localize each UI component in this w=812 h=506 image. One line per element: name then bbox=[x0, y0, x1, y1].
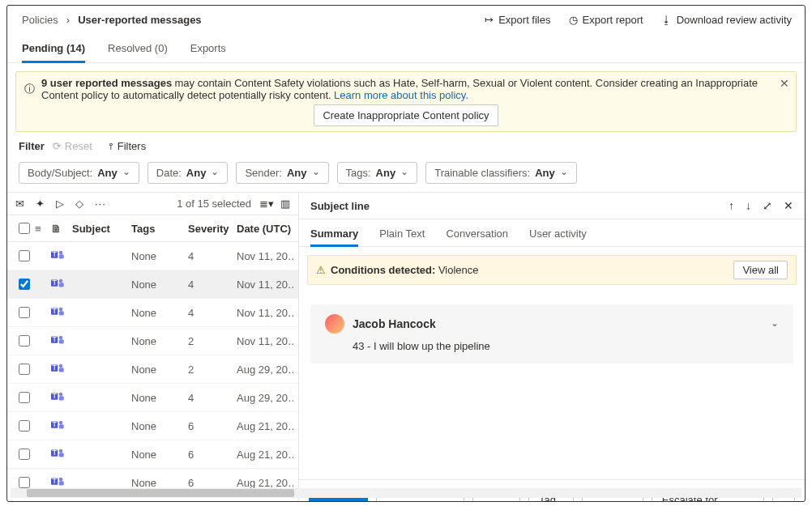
facet-sender[interactable]: Sender: Any bbox=[236, 162, 328, 184]
row-severity: 4 bbox=[188, 279, 237, 291]
row-severity: 6 bbox=[188, 477, 237, 489]
row-tags: None bbox=[131, 250, 188, 262]
chevron-down-icon bbox=[312, 167, 320, 179]
send-icon[interactable]: ▷ bbox=[56, 198, 64, 210]
tab-conversation[interactable]: Conversation bbox=[446, 227, 508, 246]
col-tags[interactable]: Tags bbox=[131, 223, 188, 235]
next-item-icon[interactable]: ↓ bbox=[746, 199, 751, 212]
prev-item-icon[interactable]: ↑ bbox=[729, 199, 734, 212]
row-checkbox[interactable] bbox=[19, 477, 30, 488]
facet-tags[interactable]: Tags: Any bbox=[337, 162, 418, 184]
horizontal-scrollbar[interactable] bbox=[11, 488, 801, 498]
svg-rect-3 bbox=[59, 254, 64, 258]
export-files-button[interactable]: ↦ Export files bbox=[485, 14, 550, 26]
banner-close-icon[interactable]: ✕ bbox=[780, 77, 789, 90]
group-view-icon[interactable]: ≣▾ bbox=[259, 198, 274, 210]
row-checkbox[interactable] bbox=[19, 250, 30, 262]
view-all-button[interactable]: View all bbox=[733, 261, 788, 279]
svg-text:T: T bbox=[52, 306, 57, 315]
teams-icon: T bbox=[51, 448, 66, 459]
export-files-label: Export files bbox=[498, 14, 550, 26]
facet-row: Body/Subject: Any Date: Any Sender: Any … bbox=[7, 154, 805, 192]
table-row[interactable]: TNone6Aug 21, 20… bbox=[7, 412, 298, 440]
breadcrumb-parent[interactable]: Policies bbox=[22, 14, 58, 26]
type-column-icon[interactable]: 🗎 bbox=[51, 223, 72, 235]
col-severity[interactable]: Severity bbox=[188, 223, 237, 235]
table-row[interactable]: TNone6Aug 21, 20… bbox=[7, 440, 298, 469]
download-activity-button[interactable]: ⭳ Download review activity bbox=[661, 14, 792, 26]
facet-trainable-classifiers[interactable]: Trainable classifiers: Any bbox=[425, 162, 577, 184]
row-checkbox[interactable] bbox=[19, 420, 30, 432]
facet-date[interactable]: Date: Any bbox=[147, 162, 229, 184]
row-date: Nov 11, 20… bbox=[237, 250, 293, 262]
row-checkbox[interactable] bbox=[19, 307, 30, 318]
row-severity: 2 bbox=[188, 364, 237, 376]
row-checkbox[interactable] bbox=[19, 335, 30, 347]
row-tags: None bbox=[131, 307, 188, 319]
breadcrumb-current: User-reported messages bbox=[78, 14, 201, 26]
teams-icon: T bbox=[51, 419, 66, 431]
collapse-icon[interactable] bbox=[771, 318, 779, 330]
columns-icon[interactable]: ▥ bbox=[280, 198, 290, 210]
filter-label: Filter bbox=[19, 140, 45, 152]
table-row[interactable]: TNone4Nov 11, 20… bbox=[7, 242, 298, 270]
row-source-icon: T bbox=[51, 448, 72, 461]
export-report-button[interactable]: ◷ Export report bbox=[569, 14, 643, 26]
tab-exports[interactable]: Exports bbox=[190, 42, 226, 62]
tab-summary[interactable]: Summary bbox=[310, 227, 358, 246]
col-subject[interactable]: Subject bbox=[72, 223, 131, 235]
tab-user-activity[interactable]: User activity bbox=[529, 227, 587, 246]
row-source-icon: T bbox=[51, 363, 72, 376]
select-all-checkbox[interactable] bbox=[19, 223, 30, 234]
svg-point-6 bbox=[59, 279, 63, 283]
close-icon[interactable]: ✕ bbox=[784, 199, 793, 212]
chevron-down-icon bbox=[400, 167, 408, 179]
conditions-label: Conditions detected: bbox=[331, 264, 435, 276]
col-date[interactable]: Date (UTC) bbox=[237, 223, 293, 235]
row-date: Nov 11, 20… bbox=[237, 279, 293, 291]
chevron-down-icon bbox=[211, 167, 219, 179]
genai-icon[interactable]: ✦ bbox=[36, 198, 45, 210]
tab-plain-text[interactable]: Plain Text bbox=[379, 227, 425, 246]
svg-text:T: T bbox=[52, 476, 57, 485]
svg-point-26 bbox=[59, 420, 63, 424]
row-checkbox[interactable] bbox=[19, 392, 30, 403]
table-row[interactable]: TNone4Nov 11, 20… bbox=[7, 299, 298, 327]
banner-link[interactable]: Learn more about this policy. bbox=[334, 89, 468, 101]
table-row[interactable]: TNone2Aug 29, 20… bbox=[7, 355, 298, 384]
scrollbar-thumb[interactable] bbox=[27, 489, 294, 497]
table-row[interactable]: TNone4Nov 11, 20… bbox=[7, 270, 298, 299]
tag-icon[interactable]: ◇ bbox=[75, 198, 83, 210]
row-checkbox[interactable] bbox=[19, 449, 30, 460]
create-policy-button[interactable]: Create Inappropriate Content policy bbox=[314, 104, 498, 126]
expand-icon[interactable]: ⤢ bbox=[763, 199, 772, 212]
teams-icon: T bbox=[51, 306, 66, 317]
tab-pending[interactable]: Pending (14) bbox=[22, 42, 85, 62]
svg-text:T: T bbox=[52, 334, 57, 343]
table-row[interactable]: TNone2Nov 11, 20… bbox=[7, 327, 298, 355]
avatar bbox=[325, 314, 344, 334]
svg-rect-19 bbox=[59, 368, 64, 372]
group-toggle-icon[interactable]: ≡ bbox=[35, 223, 51, 235]
tab-resolved[interactable]: Resolved (0) bbox=[108, 42, 168, 62]
svg-text:T: T bbox=[52, 419, 57, 428]
teams-icon: T bbox=[51, 334, 66, 346]
download-icon: ⭳ bbox=[661, 14, 672, 26]
table-row[interactable]: TNone4Aug 29, 20… bbox=[7, 384, 298, 412]
filter-reset-button[interactable]: ⟳ Reset bbox=[53, 140, 92, 152]
facet-body-subject[interactable]: Body/Subject: Any bbox=[19, 162, 139, 184]
svg-point-22 bbox=[59, 392, 63, 396]
row-checkbox[interactable] bbox=[19, 364, 30, 375]
svg-point-10 bbox=[59, 307, 63, 311]
export-report-label: Export report bbox=[583, 14, 643, 26]
filters-label: Filters bbox=[118, 140, 146, 152]
row-date: Nov 11, 20… bbox=[237, 335, 293, 347]
more-actions-icon[interactable] bbox=[95, 198, 106, 210]
mark-read-icon[interactable]: ✉ bbox=[15, 198, 24, 210]
filters-button[interactable]: ⫯ Filters bbox=[109, 140, 146, 152]
table-body[interactable]: TNone4Nov 11, 20…TNone4Nov 11, 20…TNone4… bbox=[7, 242, 298, 502]
filter-reset-label: Reset bbox=[65, 140, 92, 152]
svg-text:T: T bbox=[52, 391, 57, 400]
row-tags: None bbox=[131, 420, 188, 432]
row-checkbox[interactable] bbox=[19, 279, 30, 290]
